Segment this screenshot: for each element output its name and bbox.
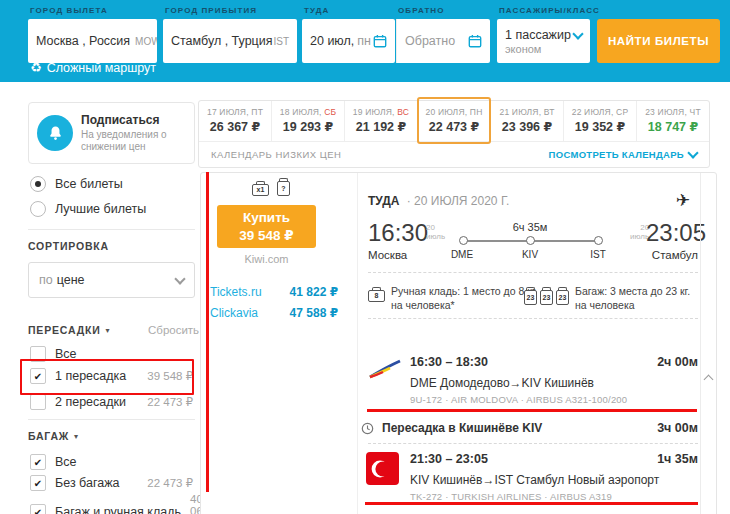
passengers-select[interactable]: 1 пассажир эконом [497, 19, 590, 63]
radio-icon [30, 201, 46, 217]
subscribe-subtitle: На уведомления о снижении цен [81, 129, 186, 154]
reset-filters-link[interactable]: Сбросить [148, 324, 199, 336]
chevron-down-icon [572, 28, 583, 39]
direction-label: ТУДА [368, 194, 399, 208]
radio-best-tickets[interactable]: Лучшие билеты [30, 201, 146, 217]
search-tickets-button[interactable]: НАЙТИ БИЛЕТЫ [597, 19, 720, 63]
filter-price: 22 473 ₽ [147, 395, 193, 409]
outbound-date: · 20 ИЮЛЯ 2020 Г. [407, 194, 510, 208]
view-calendar-link[interactable]: ПОСМОТРЕТЬ КАЛЕНДАРЬ [549, 149, 697, 160]
date-price: 23 396 ₽ [491, 119, 563, 134]
radio-label: Лучшие билеты [55, 202, 146, 216]
date-price-best: 18 747 ₽ [637, 119, 709, 134]
segment-route: KIV Кишинёв→IST Стамбул Новый аэропорт [410, 473, 659, 487]
checked-baggage-icon: ? [277, 181, 290, 196]
complex-route-label: Сложный маршрут [47, 61, 156, 75]
divider [368, 443, 698, 444]
depart-date-value: 20 июл, [310, 34, 354, 48]
annotation-underline-segment-2 [365, 502, 698, 505]
fare-baggage-icons: x1 ? [252, 181, 290, 196]
arrival-label: ГОРОД ПРИБЫТИЯ [165, 6, 257, 15]
date-text: 21 ИЮЛЯ, [499, 107, 541, 117]
return-date-placeholder: Обратно [405, 34, 455, 48]
date-price-strip: 17 ИЮЛЯ, ПТ 26 367 ₽ 18 ИЮЛЯ, СБ 19 293 … [198, 100, 710, 168]
passengers-value: 1 пассажир [505, 28, 571, 42]
filter-price: 22 473 ₽ [147, 476, 193, 490]
partner-offer: Clickavia 47 588 ₽ [210, 306, 338, 320]
calendar-icon [468, 34, 482, 48]
sort-prefix: по [39, 273, 53, 287]
checkbox-icon-checked: ✔ [30, 504, 46, 514]
divider [28, 229, 195, 230]
passengers-label: ПАССАЖИРЫ/КЛАСС [499, 6, 600, 15]
baggage-section-title[interactable]: БАГАЖ ▾ [28, 430, 79, 442]
date-cell[interactable]: 18 ИЮЛЯ, СБ 19 293 ₽ [272, 101, 345, 141]
checkbox-label: Все [55, 455, 77, 469]
cabin-class-value: эконом [505, 43, 541, 55]
departure-time: 16:30 [368, 219, 428, 247]
departure-city: Москва [368, 249, 407, 261]
partner-link[interactable]: Tickets.ru [210, 285, 262, 299]
radio-label: Все билеты [55, 177, 123, 191]
departure-city-code: MOW [135, 36, 157, 47]
arrival-city-value: Стамбул , Турция [171, 34, 273, 48]
depart-date-weekday: пн [357, 34, 371, 48]
divider [368, 272, 698, 273]
date-cell[interactable]: 17 ИЮЛЯ, ПТ 26 367 ₽ [199, 101, 272, 141]
checkbox-two-transfers[interactable]: 2 пересадки 22 473 ₽ [30, 394, 193, 410]
transfers-title-text: ПЕРЕСАДКИ [28, 324, 101, 336]
checkbox-no-baggage[interactable]: ✔ Без багажа 22 473 ₽ [30, 475, 193, 491]
day-text: ПТ [251, 107, 263, 117]
route-node [526, 236, 535, 245]
sort-select[interactable]: по цене [28, 262, 195, 298]
sort-section-title: СОРТИРОВКА [28, 240, 109, 252]
date-price: 22 473 ₽ [418, 119, 490, 134]
partner-link[interactable]: Clickavia [210, 306, 258, 320]
triangle-down-icon: ▾ [106, 326, 111, 335]
bell-icon [37, 115, 73, 151]
divider [368, 318, 698, 319]
departure-city-input[interactable]: Москва , Россия MOW ⇄ [28, 19, 157, 63]
route-node [459, 236, 468, 245]
triangle-down-icon: ▾ [74, 432, 79, 441]
subscribe-card[interactable]: Подписаться На уведомления о снижении це… [28, 102, 195, 164]
complex-route-link[interactable]: ♻ Сложный маршрут [30, 60, 156, 75]
date-price: 21 192 ₽ [345, 119, 417, 134]
radio-all-tickets[interactable]: Все билеты [30, 176, 123, 192]
date-text: 18 ИЮЛЯ, [280, 107, 322, 117]
checkbox-baggage-and-hand[interactable]: ✔ Багаж и ручная кладь 40 065 ₽ [30, 493, 193, 514]
date-price: 19 352 ₽ [564, 119, 636, 134]
collapse-details-strip[interactable] [700, 173, 717, 514]
annotation-highlight-one-transfer [20, 359, 194, 395]
date-cell[interactable]: 21 ИЮЛЯ, ВТ 23 396 ₽ [491, 101, 564, 141]
total-duration: 6ч 35м [500, 221, 560, 233]
checkbox-baggage-all[interactable]: ✔ Все [30, 454, 193, 470]
clock-icon [361, 421, 374, 439]
date-price: 26 367 ₽ [199, 119, 271, 134]
transfers-section-title[interactable]: ПЕРЕСАДКИ ▾ [28, 324, 110, 336]
layover-duration: 3ч 00м [630, 421, 698, 435]
checkbox-icon [30, 394, 46, 410]
date-cell[interactable]: 23 ИЮЛЯ, ЧТ 18 747 ₽ [637, 101, 709, 141]
buy-button[interactable]: Купить 39 548 ₽ [217, 205, 316, 248]
segment-duration: 1ч 35м [630, 452, 698, 466]
date-price: 19 293 ₽ [272, 119, 344, 134]
date-cell[interactable]: 22 ИЮЛЯ, СР 19 352 ₽ [564, 101, 637, 141]
plane-icon: ✈ [676, 190, 690, 211]
return-date-input[interactable]: Обратно [396, 19, 490, 63]
outbound-header: ТУДА · 20 ИЮЛЯ 2020 Г. [368, 194, 509, 208]
departure-city-value: Москва , Россия [36, 34, 130, 48]
depart-date-input[interactable]: 20 июл, пн [302, 19, 395, 63]
arrival-city-input[interactable]: Стамбул , Турция IST [163, 19, 297, 63]
departure-label: ГОРОД ВЫЛЕТА [30, 6, 108, 15]
arrival-city: Стамбул [630, 249, 698, 261]
checkbox-icon-checked: ✔ [30, 475, 46, 491]
hand-baggage-icon: x1 [252, 184, 269, 196]
complex-route-icon: ♻ [30, 60, 42, 75]
date-cell[interactable]: 19 ИЮЛЯ, ВС 21 192 ₽ [345, 101, 418, 141]
segment-meta: TK-272 · TURKISH AIRLINES · AIRBUS A319 [410, 491, 612, 502]
annotation-vertical-line [206, 172, 209, 492]
date-cell-selected[interactable]: 20 ИЮЛЯ, ПН 22 473 ₽ [418, 101, 491, 141]
low-price-calendar-label: КАЛЕНДАРЬ НИЗКИХ ЦЕН [211, 149, 341, 160]
date-text: 17 ИЮЛЯ, [207, 107, 249, 117]
